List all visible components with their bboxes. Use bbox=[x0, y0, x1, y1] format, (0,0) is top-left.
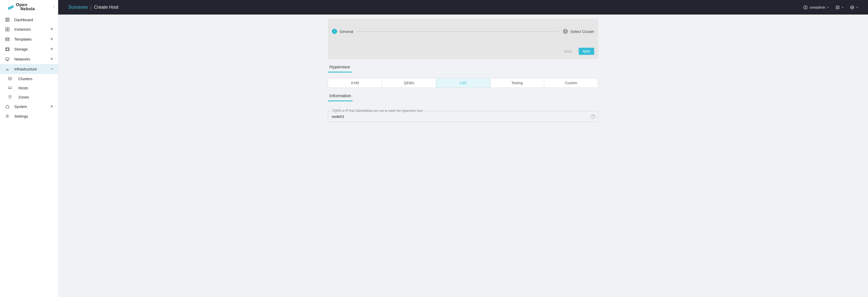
plus-icon: + bbox=[49, 36, 54, 42]
user-icon bbox=[803, 5, 808, 10]
step-label: General bbox=[340, 29, 353, 34]
storage-icon bbox=[4, 47, 11, 52]
svg-rect-17 bbox=[8, 79, 11, 80]
logo-icon bbox=[7, 3, 14, 10]
language-menu[interactable]: ▾ bbox=[850, 5, 858, 10]
hosts-icon bbox=[6, 86, 14, 90]
plus-icon: + bbox=[49, 104, 54, 109]
infrastructure-icon bbox=[4, 67, 11, 71]
settings-icon bbox=[4, 114, 11, 118]
sidebar-item-label: Networks bbox=[14, 57, 49, 61]
svg-rect-3 bbox=[8, 20, 9, 22]
help-icon[interactable]: ? bbox=[591, 114, 595, 119]
system-icon bbox=[4, 105, 11, 109]
wizard-step-general[interactable]: 1 General bbox=[332, 29, 353, 34]
sidebar-item-infrastructure[interactable]: Infrastructure − bbox=[0, 64, 58, 74]
nav-list: Dashboard Instances + Templates + Storag… bbox=[0, 15, 58, 121]
chevron-down-icon: ▾ bbox=[857, 6, 858, 9]
svg-rect-24 bbox=[836, 6, 837, 7]
hypervisor-option-qemu[interactable]: QEMU bbox=[382, 78, 436, 88]
sidebar-sub-hosts[interactable]: Hosts bbox=[0, 83, 58, 92]
step-number: 1 bbox=[332, 29, 337, 34]
networks-icon bbox=[4, 57, 11, 61]
sidebar-item-networks[interactable]: Networks + bbox=[0, 54, 58, 64]
breadcrumb: Sunstone | Create Host bbox=[68, 5, 118, 10]
hypervisor-section: Hypervisor KVM QEMU LXC Testing Custom bbox=[328, 63, 598, 88]
svg-rect-26 bbox=[836, 8, 837, 9]
apps-icon bbox=[835, 5, 840, 10]
main: Sunstone | Create Host oneadmin ▾ ▾ ▾ bbox=[58, 0, 868, 297]
svg-point-21 bbox=[7, 116, 8, 117]
sidebar-item-label: Instances bbox=[14, 27, 49, 31]
templates-icon bbox=[4, 37, 11, 41]
content: 1 General 2 Select Cluster Back Next bbox=[58, 14, 868, 297]
svg-rect-7 bbox=[6, 38, 9, 41]
host-fqdn-input[interactable] bbox=[328, 111, 598, 122]
clusters-icon bbox=[6, 76, 14, 81]
brand-name: Sunstone bbox=[68, 5, 88, 10]
logo-row: Open Nebula ‹ bbox=[0, 0, 58, 14]
information-section-title: Information bbox=[328, 92, 352, 101]
svg-rect-25 bbox=[838, 6, 839, 7]
wizard-actions: Back Next bbox=[331, 48, 595, 55]
minus-icon: − bbox=[49, 66, 54, 72]
information-section: Information FQDN or IP that OpenNebula c… bbox=[328, 92, 598, 122]
page-title: Create Host bbox=[94, 5, 118, 10]
instances-icon bbox=[4, 27, 11, 32]
sidebar-item-label: Templates bbox=[14, 37, 49, 41]
svg-point-20 bbox=[10, 96, 10, 97]
plus-icon: + bbox=[49, 27, 54, 32]
sidebar-collapse-button[interactable]: ‹ bbox=[53, 5, 54, 9]
hypervisor-option-testing[interactable]: Testing bbox=[490, 78, 544, 88]
topbar: Sunstone | Create Host oneadmin ▾ ▾ ▾ bbox=[58, 0, 868, 14]
svg-rect-1 bbox=[8, 18, 9, 19]
hypervisor-section-title: Hypervisor bbox=[328, 63, 351, 72]
step-number: 2 bbox=[563, 29, 568, 34]
next-button[interactable]: Next bbox=[579, 48, 594, 55]
user-name: oneadmin bbox=[810, 5, 826, 9]
dashboard-icon bbox=[4, 17, 11, 22]
plus-icon: + bbox=[49, 56, 54, 62]
logo: Open Nebula bbox=[7, 3, 35, 11]
hypervisor-option-kvm[interactable]: KVM bbox=[328, 78, 382, 88]
sidebar-item-label: Infrastructure bbox=[14, 67, 49, 71]
back-button[interactable]: Back bbox=[560, 48, 576, 55]
sidebar-item-system[interactable]: System + bbox=[0, 101, 58, 112]
chevron-down-icon: ▾ bbox=[828, 6, 829, 9]
svg-rect-12 bbox=[6, 58, 9, 60]
logo-text-1: Open bbox=[16, 3, 35, 7]
host-field-wrap: FQDN or IP that OpenNebula can use to re… bbox=[328, 111, 598, 122]
svg-point-23 bbox=[805, 6, 806, 7]
globe-icon bbox=[850, 5, 855, 10]
sidebar-sub-label: Zones bbox=[19, 95, 29, 99]
hypervisor-option-lxc[interactable]: LXC bbox=[436, 78, 490, 88]
svg-rect-16 bbox=[8, 77, 11, 78]
svg-rect-0 bbox=[6, 18, 7, 19]
sidebar-sub-label: Hosts bbox=[19, 86, 28, 90]
wizard-step-select-cluster[interactable]: 2 Select Cluster bbox=[563, 29, 594, 34]
hypervisor-options: KVM QEMU LXC Testing Custom bbox=[328, 78, 598, 88]
svg-rect-11 bbox=[6, 48, 9, 50]
wizard-header: 1 General 2 Select Cluster Back Next bbox=[328, 19, 598, 59]
step-connector bbox=[356, 31, 560, 32]
sidebar-item-storage[interactable]: Storage + bbox=[0, 44, 58, 54]
plus-icon: + bbox=[49, 47, 54, 52]
sidebar-item-settings[interactable]: Settings bbox=[0, 112, 58, 121]
topbar-right: oneadmin ▾ ▾ ▾ bbox=[803, 5, 858, 10]
hypervisor-option-custom[interactable]: Custom bbox=[544, 78, 598, 88]
sidebar-item-instances[interactable]: Instances + bbox=[0, 24, 58, 34]
sidebar-item-label: Storage bbox=[14, 47, 49, 51]
apps-menu[interactable]: ▾ bbox=[835, 5, 843, 10]
sidebar-item-label: System bbox=[14, 105, 49, 109]
sidebar-sub-zones[interactable]: Zones bbox=[0, 92, 58, 101]
zones-icon bbox=[6, 95, 14, 99]
sidebar-sub-label: Clusters bbox=[19, 77, 32, 81]
user-menu[interactable]: oneadmin ▾ bbox=[803, 5, 829, 10]
svg-rect-2 bbox=[6, 20, 7, 22]
sidebar-item-templates[interactable]: Templates + bbox=[0, 34, 58, 44]
host-field-label: FQDN or IP that OpenNebula can use to re… bbox=[331, 109, 424, 113]
svg-rect-27 bbox=[838, 8, 839, 9]
sidebar-item-dashboard[interactable]: Dashboard bbox=[0, 15, 58, 24]
sidebar: Open Nebula ‹ Dashboard Instances + Temp… bbox=[0, 0, 58, 297]
sidebar-sub-clusters[interactable]: Clusters bbox=[0, 74, 58, 83]
